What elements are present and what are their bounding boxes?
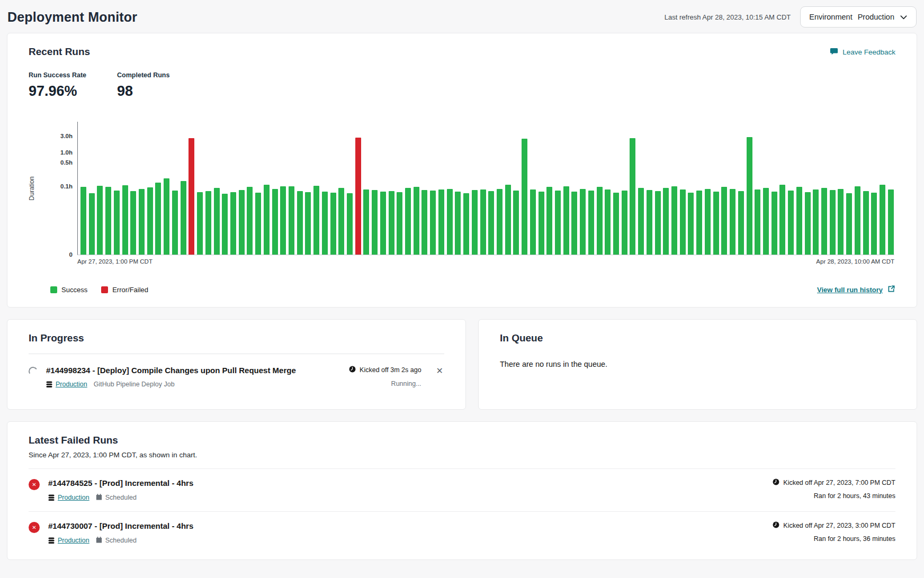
run-bar[interactable]	[555, 191, 561, 255]
run-bar[interactable]	[863, 191, 869, 255]
run-bar[interactable]	[255, 193, 261, 255]
run-bar[interactable]	[738, 191, 744, 255]
run-bar[interactable]	[580, 189, 586, 255]
run-bar[interactable]	[455, 192, 461, 255]
run-bar[interactable]	[197, 192, 203, 255]
run-bar[interactable]	[289, 186, 294, 255]
run-bar[interactable]	[414, 187, 419, 255]
run-bar[interactable]	[189, 138, 194, 255]
environment-link[interactable]: Production	[48, 537, 89, 544]
environment-dropdown[interactable]: Environment Production	[800, 6, 917, 28]
run-bar[interactable]	[680, 189, 686, 255]
run-bar[interactable]	[796, 187, 802, 255]
run-bar[interactable]	[721, 187, 727, 255]
run-bar[interactable]	[447, 189, 453, 255]
run-bar[interactable]	[222, 194, 228, 255]
run-bar[interactable]	[772, 192, 777, 255]
run-bar[interactable]	[463, 193, 469, 255]
run-bar[interactable]	[705, 189, 711, 255]
run-bar[interactable]	[80, 187, 86, 255]
run-bar[interactable]	[172, 191, 178, 255]
run-bar[interactable]	[181, 181, 186, 255]
run-bar[interactable]	[505, 185, 511, 255]
run-bar[interactable]	[563, 186, 569, 255]
run-bar[interactable]	[347, 193, 353, 255]
run-bar[interactable]	[438, 189, 444, 255]
run-bar[interactable]	[330, 193, 336, 255]
run-bar[interactable]	[755, 189, 760, 255]
run-bar[interactable]	[164, 178, 169, 255]
run-bar[interactable]	[421, 190, 427, 255]
environment-link[interactable]: Production	[46, 381, 87, 388]
run-bar[interactable]	[305, 192, 311, 255]
run-bar[interactable]	[430, 191, 436, 255]
run-bar[interactable]	[605, 189, 611, 255]
run-bar[interactable]	[522, 139, 527, 255]
run-bar[interactable]	[838, 189, 844, 255]
run-bar[interactable]	[855, 186, 860, 255]
run-bar[interactable]	[546, 187, 552, 255]
run-bar[interactable]	[239, 190, 245, 255]
run-bar[interactable]	[264, 185, 270, 255]
run-bar[interactable]	[813, 189, 819, 255]
close-icon[interactable]: ✕	[435, 366, 444, 376]
run-bar[interactable]	[805, 192, 811, 255]
run-bar[interactable]	[871, 193, 877, 255]
run-bar[interactable]	[105, 187, 111, 255]
run-bar[interactable]	[846, 193, 852, 255]
run-bar[interactable]	[655, 191, 661, 255]
run-bar[interactable]	[122, 185, 128, 255]
run-bar[interactable]	[147, 187, 153, 255]
run-bar[interactable]	[488, 191, 494, 255]
run-bar[interactable]	[747, 137, 752, 255]
run-bar[interactable]	[130, 191, 136, 255]
run-bar[interactable]	[389, 191, 394, 255]
run-bar[interactable]	[588, 191, 594, 255]
view-full-run-history-link[interactable]: View full run history	[817, 285, 895, 294]
run-bar[interactable]	[622, 191, 627, 255]
run-bar[interactable]	[513, 191, 519, 255]
run-bar[interactable]	[397, 192, 402, 255]
run-bar[interactable]	[230, 192, 236, 255]
run-bar[interactable]	[696, 191, 702, 255]
run-bar[interactable]	[763, 188, 769, 255]
run-bar[interactable]	[280, 186, 286, 255]
run-bar[interactable]	[380, 192, 386, 255]
run-bar[interactable]	[155, 183, 161, 255]
run-bar[interactable]	[313, 186, 319, 255]
run-bar[interactable]	[713, 192, 719, 255]
run-bar[interactable]	[613, 193, 619, 255]
run-bar[interactable]	[779, 185, 785, 255]
run-bar[interactable]	[214, 188, 220, 255]
run-bar[interactable]	[272, 189, 278, 255]
run-bar[interactable]	[830, 190, 836, 255]
run-bar[interactable]	[688, 193, 694, 255]
run-bar[interactable]	[363, 189, 369, 255]
run-bar[interactable]	[730, 189, 735, 255]
run-bar[interactable]	[322, 192, 328, 255]
run-bar[interactable]	[247, 187, 253, 255]
run-bar[interactable]	[571, 192, 577, 255]
run-bar[interactable]	[355, 138, 361, 255]
run-bar[interactable]	[888, 189, 894, 255]
run-bar[interactable]	[405, 188, 411, 255]
run-bar[interactable]	[880, 185, 885, 255]
run-bar[interactable]	[89, 193, 95, 255]
run-bar[interactable]	[480, 189, 486, 255]
run-bar[interactable]	[139, 189, 145, 255]
run-bar[interactable]	[372, 190, 378, 255]
run-bar[interactable]	[671, 186, 677, 255]
run-bar[interactable]	[97, 186, 103, 255]
leave-feedback-link[interactable]: Leave Feedback	[830, 47, 895, 57]
run-bar[interactable]	[788, 191, 794, 255]
run-bar[interactable]	[647, 190, 652, 255]
run-bar[interactable]	[638, 188, 644, 255]
run-bar[interactable]	[497, 189, 503, 255]
run-bar[interactable]	[539, 192, 544, 255]
run-bar[interactable]	[338, 188, 344, 255]
run-bar[interactable]	[472, 190, 478, 255]
run-bar[interactable]	[630, 138, 635, 255]
run-bar[interactable]	[663, 188, 669, 255]
run-bar[interactable]	[530, 189, 536, 255]
environment-link[interactable]: Production	[48, 494, 89, 501]
